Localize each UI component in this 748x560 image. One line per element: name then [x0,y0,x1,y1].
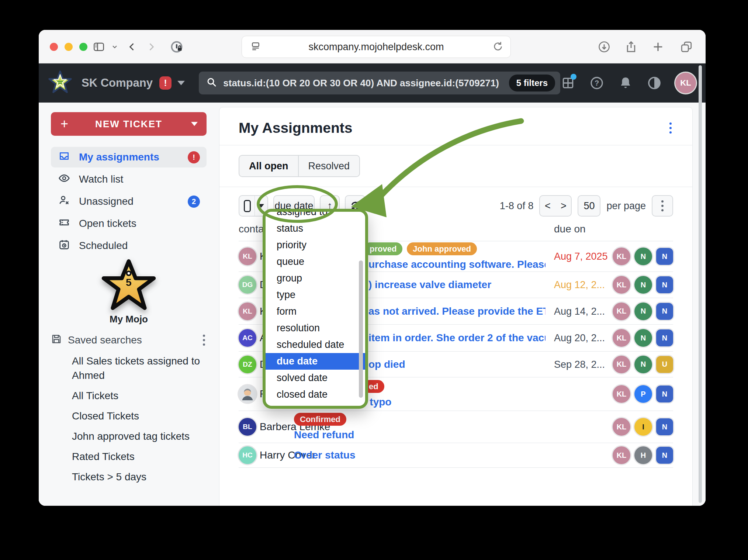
sort-option[interactable]: scheduled date [266,336,365,353]
sidebar-item-scheduled[interactable]: Scheduled [51,235,207,256]
priority-chip[interactable]: N [634,329,652,347]
reload-icon[interactable] [492,41,504,54]
maximize-window-button[interactable] [79,43,87,51]
column-due-on[interactable]: due on [554,223,586,235]
company-name[interactable]: SK Company [82,76,153,90]
sidebar-item-unassigned[interactable]: Unassigned 2 [51,191,207,212]
assignee-chip[interactable]: KL [613,446,630,464]
reader-view-icon[interactable] [250,41,261,53]
dropdown-scrollbar[interactable] [359,260,363,398]
status-chip[interactable]: N [656,386,673,402]
sidebar-toggle-icon[interactable] [92,40,105,53]
new-tab-icon[interactable] [651,40,665,53]
sort-option[interactable]: assigned to [266,209,365,220]
inbox-icon [58,150,70,165]
sort-option[interactable]: closed date [266,386,365,403]
downloads-icon[interactable] [598,40,611,53]
assignee-chip[interactable]: KL [613,303,630,320]
sidebar-item-my-assignments[interactable]: My assignments ! [51,147,207,167]
sidebar-item-open-tickets[interactable]: Open tickets [51,213,207,234]
back-button[interactable] [126,40,139,53]
priority-chip[interactable]: N [634,356,652,373]
assignee-chip[interactable]: KL [613,385,630,403]
sidebar-item-watch-list[interactable]: Watch list [51,169,207,190]
search-icon [206,77,217,89]
saved-searches-menu-icon[interactable] [201,333,207,347]
close-window-button[interactable] [50,43,58,51]
minimize-window-button[interactable] [65,43,73,51]
priority-chip[interactable]: N [634,276,652,294]
status-chip[interactable]: N [656,303,673,320]
next-page-button[interactable]: > [556,196,571,216]
status-chip[interactable]: U [656,356,673,373]
status-chip[interactable]: N [656,418,673,435]
contact-avatar: BL [239,418,256,436]
page-title: My Assignments [239,120,352,136]
sort-option[interactable]: type [266,287,365,303]
assignee-chip[interactable]: KL [613,418,630,436]
company-dropdown-caret[interactable] [177,81,185,85]
sort-option[interactable]: queue [266,253,365,270]
contact-avatar: KL [239,303,256,320]
sort-option[interactable]: resolution [266,320,365,336]
new-ticket-dropdown-caret[interactable] [191,122,198,126]
sort-option-selected[interactable]: due date [266,353,365,370]
page-menu-icon[interactable] [668,121,673,135]
password-manager-icon[interactable] [170,40,183,53]
sort-option[interactable]: form [266,303,365,320]
theme-contrast-icon[interactable] [647,75,662,91]
table-row[interactable]: HC Harry Cover Order status KL H N [239,443,673,468]
table-row[interactable]: BL Barbera Lemke Confirmed Need refund K… [239,411,673,443]
status-chip[interactable]: N [656,276,673,293]
forward-button[interactable] [144,40,157,53]
notifications-bell-icon[interactable] [618,75,633,91]
share-icon[interactable] [624,40,638,53]
assignee-chip[interactable]: KL [613,248,630,265]
priority-chip[interactable]: P [634,385,652,403]
saved-search-item[interactable]: Rated Tickets [72,449,207,464]
sidebar-chevron-icon[interactable] [108,40,121,53]
apps-grid-icon[interactable] [560,75,576,91]
list-menu-button[interactable] [652,195,673,217]
ticket-subject-link[interactable]: Order status [294,449,546,461]
sort-option[interactable]: priority [266,237,365,253]
contact-avatar: DZ [239,356,256,373]
assignee-chip[interactable]: KL [613,276,630,294]
saved-search-item[interactable]: John approved tag tickets [72,429,207,443]
assignee-chip[interactable]: KL [613,329,630,347]
filters-count-badge[interactable]: 5 filters [509,75,555,91]
tab-resolved[interactable]: Resolved [299,156,360,176]
status-chip[interactable]: N [656,447,673,464]
saved-search-item[interactable]: All Sales tickets assigned to Ahmed [72,354,207,383]
priority-chip[interactable]: I [634,418,652,436]
assignee-chip[interactable]: KL [613,356,630,373]
status-chip[interactable]: N [656,329,673,346]
saved-searches-header[interactable]: Saved searches [51,333,207,347]
user-avatar[interactable]: KL [675,73,696,93]
tab-all-open[interactable]: All open [239,156,299,176]
per-page-input[interactable]: 50 [578,195,600,217]
select-menu-caret[interactable] [258,204,264,208]
saved-search-item[interactable]: All Tickets [72,388,207,403]
tab-overview-icon[interactable] [680,40,693,53]
contact-avatar: KL [239,248,256,265]
sort-option[interactable]: status [266,220,365,237]
priority-chip[interactable]: N [634,248,652,265]
saved-search-item[interactable]: Tickets > 5 days [72,470,207,484]
saved-search-item[interactable]: Closed Tickets [72,409,207,423]
select-all-checkbox[interactable] [244,200,251,212]
sort-option[interactable]: group [266,270,365,287]
app-header: SK Company ! status.id:(10 OR 20 OR 30 O… [39,63,706,103]
address-bar[interactable]: skcompany.mojohelpdesk.com [242,36,511,58]
priority-chip[interactable]: N [634,303,652,320]
help-icon[interactable]: ? [589,75,605,91]
ticket-subject-link[interactable]: Need refund [294,429,546,441]
page-scrollbar[interactable] [699,65,702,503]
status-chip[interactable]: N [656,248,673,265]
app-logo[interactable] [48,70,72,96]
prev-page-button[interactable]: < [540,196,555,216]
ticket-search-input[interactable]: status.id:(10 OR 20 OR 30 OR 40) AND ass… [199,72,560,94]
priority-chip[interactable]: H [634,446,652,464]
new-ticket-button[interactable]: + NEW TICKET [51,112,207,136]
sort-option[interactable]: solved date [266,370,365,386]
